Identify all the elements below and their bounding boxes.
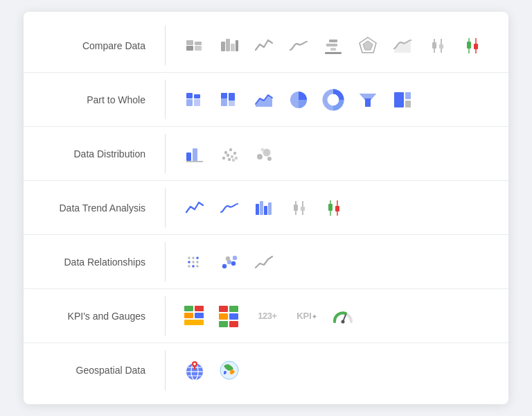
svg-point-41 — [227, 153, 229, 156]
icon-radar[interactable] — [354, 32, 382, 60]
icon-stacked-bar-blue[interactable] — [181, 86, 209, 114]
icon-grouped-bar[interactable] — [215, 32, 243, 60]
svg-point-67 — [196, 257, 199, 259]
svg-rect-64 — [335, 206, 339, 211]
icon-line-chart[interactable] — [250, 32, 278, 60]
svg-rect-24 — [194, 94, 200, 98]
svg-rect-88 — [219, 321, 228, 327]
svg-marker-33 — [360, 94, 376, 98]
svg-rect-58 — [294, 205, 298, 211]
icon-donut-chart[interactable] — [319, 86, 347, 114]
svg-point-76 — [226, 256, 230, 260]
row-data-relationships: Data Relationships — [24, 235, 508, 289]
svg-point-40 — [222, 156, 225, 159]
icons-data-trend — [168, 194, 360, 222]
svg-point-52 — [261, 148, 265, 151]
svg-point-48 — [235, 156, 238, 159]
svg-rect-54 — [260, 201, 263, 215]
svg-point-45 — [233, 151, 236, 154]
icon-line-blue[interactable] — [181, 194, 209, 222]
icons-kpis: 123+ KPI✦ — [168, 302, 369, 330]
svg-rect-9 — [326, 44, 337, 46]
icon-scatter-blue[interactable] — [215, 248, 243, 276]
svg-point-43 — [229, 148, 232, 150]
svg-rect-62 — [328, 204, 332, 211]
label-geospatial: Geospatial Data — [24, 365, 162, 376]
icon-kpi-number[interactable]: 123+ — [250, 302, 285, 330]
icon-bubble-chart[interactable] — [250, 140, 278, 168]
svg-rect-27 — [221, 93, 227, 98]
icons-data-distribution — [168, 140, 290, 168]
icon-area-blue[interactable] — [250, 86, 278, 114]
icon-bar-trend[interactable] — [250, 194, 278, 222]
label-data-relationships: Data Relationships — [24, 257, 162, 268]
icon-line-trend[interactable] — [250, 248, 278, 276]
icon-treemap[interactable] — [389, 86, 416, 114]
icon-globe-pin[interactable] — [181, 356, 209, 384]
label-kpis: KPI's and Gauges — [24, 311, 162, 322]
svg-point-71 — [188, 265, 190, 268]
icon-smooth-blue[interactable] — [215, 194, 243, 222]
svg-rect-11 — [325, 52, 342, 54]
svg-rect-53 — [256, 204, 259, 215]
svg-rect-34 — [394, 92, 404, 107]
icons-compare-data — [168, 32, 498, 60]
svg-rect-22 — [186, 93, 193, 98]
icon-globe-regions[interactable] — [215, 356, 243, 384]
svg-rect-86 — [219, 313, 228, 320]
svg-rect-19 — [467, 42, 471, 49]
svg-rect-4 — [221, 42, 225, 51]
svg-rect-37 — [186, 153, 191, 161]
svg-point-66 — [192, 257, 195, 259]
row-data-distribution: Data Distribution — [24, 127, 508, 181]
svg-rect-5 — [226, 39, 230, 51]
icon-kpi-text[interactable]: KPI✦ — [292, 302, 322, 330]
svg-rect-3 — [195, 46, 202, 51]
icon-gauge[interactable] — [329, 302, 357, 330]
svg-rect-82 — [195, 313, 204, 318]
svg-rect-2 — [195, 42, 202, 45]
svg-rect-10 — [330, 48, 336, 51]
svg-rect-85 — [229, 306, 238, 312]
svg-rect-0 — [186, 40, 193, 45]
icon-100-stacked-bar[interactable] — [215, 86, 243, 114]
row-kpis: KPI's and Gauges — [24, 289, 508, 343]
svg-point-77 — [231, 261, 236, 265]
icon-stacked-bar[interactable] — [181, 32, 209, 60]
label-compare-data: Compare Data — [24, 40, 162, 51]
icon-diverging-bar[interactable] — [319, 32, 347, 60]
icon-dot-matrix[interactable] — [181, 248, 209, 276]
svg-rect-36 — [405, 101, 411, 107]
icon-funnel[interactable] — [354, 86, 382, 114]
svg-point-70 — [196, 261, 199, 263]
icon-candlestick-color[interactable] — [458, 32, 486, 60]
svg-rect-21 — [474, 44, 478, 49]
icon-pie-chart[interactable] — [285, 86, 312, 114]
icon-kpi-stacked[interactable] — [215, 302, 243, 330]
svg-point-68 — [188, 261, 190, 263]
svg-rect-6 — [231, 44, 235, 51]
svg-rect-56 — [268, 202, 272, 215]
svg-rect-7 — [236, 40, 238, 51]
svg-point-73 — [196, 265, 199, 268]
svg-rect-60 — [301, 207, 305, 211]
svg-point-78 — [233, 255, 237, 259]
svg-rect-55 — [264, 206, 267, 215]
icon-smooth-line[interactable] — [285, 32, 312, 60]
svg-rect-38 — [193, 148, 197, 161]
svg-point-46 — [232, 158, 235, 161]
svg-point-72 — [192, 265, 195, 268]
svg-point-98 — [193, 363, 196, 365]
icon-candlestick-gray[interactable] — [423, 32, 451, 60]
svg-marker-13 — [363, 41, 373, 50]
icon-histogram[interactable] — [181, 140, 209, 168]
icon-kpi-tiles[interactable] — [181, 302, 209, 330]
icon-candlestick-gray2[interactable] — [285, 194, 312, 222]
icon-area-chart[interactable] — [389, 32, 416, 60]
icon-scatter-small[interactable] — [215, 140, 243, 168]
icon-candlestick-color2[interactable] — [319, 194, 347, 222]
label-data-distribution: Data Distribution — [24, 148, 162, 159]
chart-types-card: Compare Data — [24, 12, 508, 404]
row-compare-data: Compare Data — [24, 19, 508, 73]
svg-point-69 — [192, 261, 195, 263]
